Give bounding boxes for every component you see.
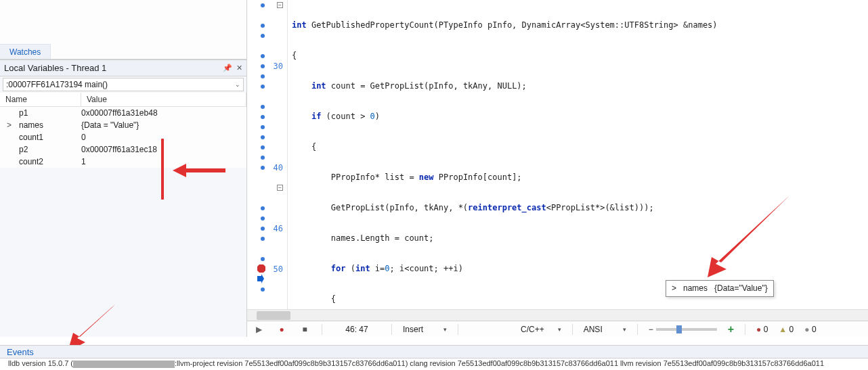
var-name: count1 [15, 133, 81, 142]
debug-left-pane: Watches Local Variables - Thread 1 📌 ✕ :… [0, 0, 247, 337]
macro-play-icon[interactable]: ▶ [253, 323, 265, 336]
breakpoint-icon[interactable] [257, 264, 265, 273]
expand-icon[interactable]: > [7, 120, 15, 130]
events-log-line: lldb version 15.0.7 (:llvm-project revis… [0, 359, 868, 370]
lldb-version-prefix: lldb version 15.0.7 ( [8, 359, 73, 367]
line-number: 40 [274, 163, 283, 172]
cursor-position: 46: 47 [333, 325, 381, 334]
var-value: 0 [81, 133, 246, 142]
locals-body: p1 0x00007ff61a31eb48 > names {Data = "V… [0, 107, 246, 168]
macro-record-icon[interactable]: ● [276, 323, 288, 336]
thread-context-dropdown[interactable]: :00007FF61A173194 main() ⌄ [3, 78, 244, 91]
local-var-row[interactable]: p1 0x00007ff61a31eb48 [0, 107, 246, 119]
editor-gutter[interactable]: − 30 40 − 46 [247, 0, 288, 309]
error-count[interactable]: ● 0 [756, 325, 768, 334]
line-number: 50 [274, 264, 283, 274]
tooltip-var-value: {Data="Value"} [714, 283, 768, 294]
horizontal-scrollbar[interactable] [247, 309, 868, 321]
annotation-bar [161, 139, 164, 200]
local-var-row[interactable]: p2 0x00007ff61a31ec18 [0, 143, 246, 156]
annotation-arrow-icon [173, 164, 225, 177]
scrollbar-thumb[interactable] [257, 311, 290, 320]
var-name: p1 [15, 108, 81, 118]
edit-mode-dropdown[interactable]: Insert▾ [403, 325, 447, 334]
expand-icon[interactable]: > [672, 283, 676, 294]
zoom-slider[interactable]: − [649, 325, 717, 334]
top-panel: Watches [0, 0, 246, 60]
tab-watches[interactable]: Watches [0, 44, 51, 59]
lldb-version-rest: :llvm-project revision 7e5513edf00af099c… [175, 359, 824, 367]
redacted-segment [73, 361, 175, 368]
editor-status-bar: ▶ ● ■ 46: 47 Insert▾ C/C++▾ ANSI▾ − + ● … [247, 321, 868, 337]
var-name: names [15, 120, 81, 130]
svg-marker-0 [257, 264, 265, 273]
local-variables-title: Local Variables - Thread 1 [4, 63, 106, 73]
line-number: 30 [274, 62, 283, 71]
info-count[interactable]: ● 0 [804, 325, 816, 334]
code-editor-pane: − 30 40 − 46 [247, 0, 868, 337]
execution-pointer-icon [257, 274, 264, 284]
local-variables-header: Local Variables - Thread 1 📌 ✕ [0, 60, 246, 76]
tooltip-var-name: names [683, 283, 708, 294]
macro-stop-icon[interactable]: ■ [299, 323, 311, 336]
close-icon[interactable]: ✕ [236, 64, 242, 72]
locals-columns: Name Value [0, 93, 246, 107]
language-dropdown[interactable]: C/C++▾ [521, 325, 561, 334]
events-panel-header[interactable]: Events [0, 345, 868, 359]
thread-context-value: :00007FF61A173194 main() [6, 80, 108, 89]
debug-hover-tooltip[interactable]: > names {Data="Value"} [666, 280, 774, 297]
annotation-arrow-icon [708, 196, 789, 277]
col-value[interactable]: Value [81, 93, 246, 106]
var-value: 0x00007ff61a31eb48 [81, 108, 246, 118]
events-title: Events [7, 347, 34, 357]
var-name: count2 [15, 157, 81, 166]
add-icon[interactable]: + [728, 323, 734, 336]
col-name[interactable]: Name [0, 93, 81, 106]
code-body[interactable]: int GetPublishedPropertyCount(PTypeInfo … [288, 0, 868, 309]
var-value: {Data = "Value"} [81, 120, 246, 130]
line-number: 46 [274, 224, 283, 233]
local-var-row[interactable]: count1 0 [0, 131, 246, 143]
pin-icon[interactable]: 📌 [223, 64, 232, 72]
chevron-down-icon: ⌄ [235, 81, 240, 88]
var-name: p2 [15, 145, 81, 154]
code-area[interactable]: − 30 40 − 46 [247, 0, 868, 309]
local-var-row[interactable]: > names {Data = "Value"} [0, 119, 246, 131]
warning-count[interactable]: ▲ 0 [779, 325, 794, 334]
var-value: 0x00007ff61a31ec18 [81, 145, 246, 154]
encoding-dropdown[interactable]: ANSI▾ [584, 325, 626, 334]
